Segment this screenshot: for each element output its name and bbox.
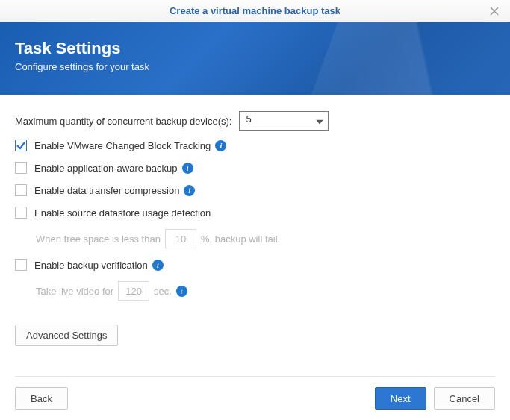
datastore-row: Enable source datastore usage detection [15,207,495,219]
footer-divider [15,376,495,377]
verification-row: Enable backup verification i [15,259,495,271]
max-concurrent-select[interactable]: 5 [239,111,329,131]
info-icon[interactable]: i [182,163,193,174]
titlebar: Create a virtual machine backup task [0,0,510,22]
datastore-checkbox[interactable] [15,207,27,219]
window-title: Create a virtual machine backup task [170,5,340,16]
datastore-sub-post: %, backup will fail. [201,233,280,245]
verification-sub-row: Take live video for sec. i [36,281,495,301]
form-content: Maximum quantity of concurrent backup de… [0,95,510,354]
footer: Back Next Cancel [0,387,510,410]
vmware-cbt-checkbox[interactable] [15,140,27,151]
datastore-sub-row: When free space is less than %, backup w… [36,229,495,248]
compression-row: Enable data transfer compression i [15,184,495,196]
close-icon[interactable] [488,4,501,18]
app-aware-checkbox[interactable] [15,162,27,174]
footer-right-group: Next Cancel [375,387,495,410]
chevron-down-icon [316,116,323,127]
info-icon[interactable]: i [152,260,164,271]
vmware-cbt-row: Enable VMware Changed Block Tracking i [15,140,495,151]
app-aware-label: Enable application-aware backup [34,163,178,174]
datastore-sub-pre: When free space is less than [36,233,161,245]
datastore-threshold-input[interactable] [165,229,196,248]
verification-checkbox[interactable] [15,259,27,271]
page-subtitle: Configure settings for your task [15,61,495,72]
info-icon[interactable]: i [184,185,195,196]
max-concurrent-value: 5 [246,113,251,125]
advanced-settings-button[interactable]: Advanced Settings [15,325,118,346]
verification-sub-pre: Take live video for [36,286,113,297]
next-button[interactable]: Next [375,387,426,410]
compression-checkbox[interactable] [15,184,27,196]
cancel-button[interactable]: Cancel [434,387,495,410]
datastore-label: Enable source datastore usage detection [34,207,211,219]
max-concurrent-label: Maximum quantity of concurrent backup de… [15,116,231,127]
max-concurrent-row: Maximum quantity of concurrent backup de… [15,111,495,131]
app-aware-row: Enable application-aware backup i [15,162,495,174]
info-icon[interactable]: i [215,140,226,151]
back-button[interactable]: Back [15,387,68,410]
verification-sub-post: sec. [154,286,172,297]
header-banner: Task Settings Configure settings for you… [0,22,510,95]
vmware-cbt-label: Enable VMware Changed Block Tracking [34,140,211,151]
info-icon[interactable]: i [176,286,187,297]
verification-duration-input[interactable] [118,281,149,301]
compression-label: Enable data transfer compression [34,185,179,196]
verification-label: Enable backup verification [34,260,148,271]
page-title: Task Settings [15,39,495,58]
